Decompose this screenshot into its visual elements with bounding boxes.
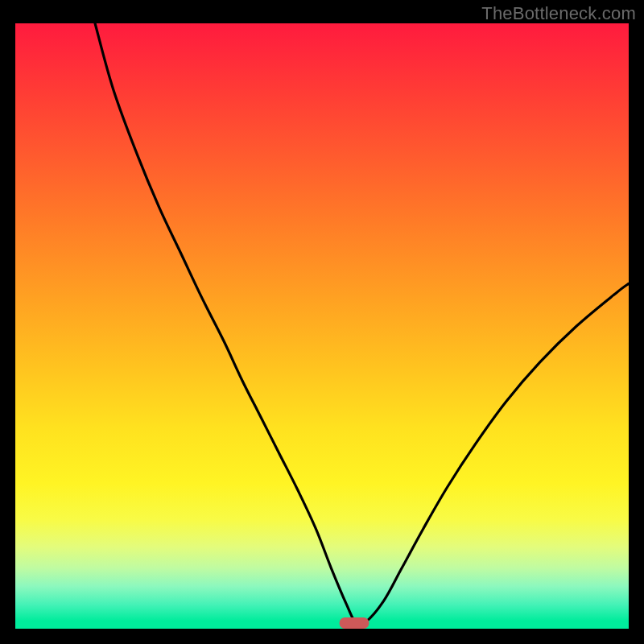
- curve-svg: [15, 23, 629, 629]
- plot-area: [15, 23, 629, 629]
- optimum-marker: [340, 617, 369, 629]
- chart-container: TheBottleneck.com: [0, 0, 644, 644]
- bottleneck-curve: [95, 23, 629, 625]
- watermark-text: TheBottleneck.com: [481, 3, 636, 24]
